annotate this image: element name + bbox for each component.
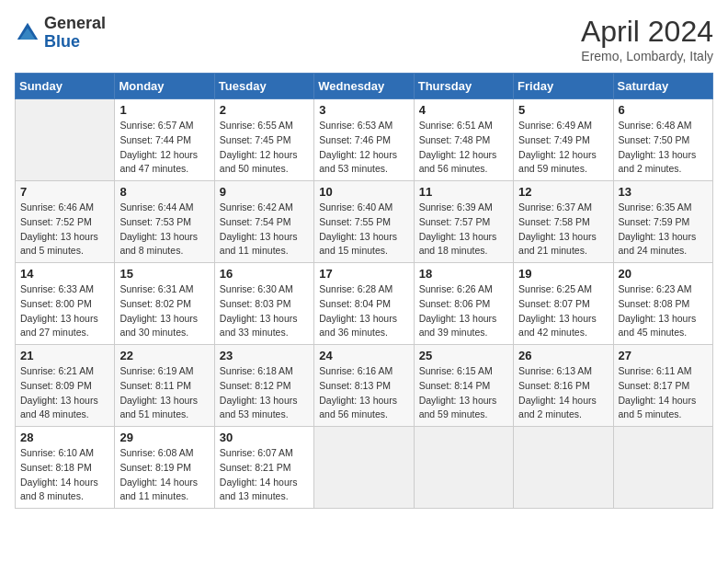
logo-blue-text: Blue xyxy=(44,33,106,52)
weekday-header-row: SundayMondayTuesdayWednesdayThursdayFrid… xyxy=(16,74,713,99)
calendar-cell: 2Sunrise: 6:55 AM Sunset: 7:45 PM Daylig… xyxy=(214,99,313,181)
day-info: Sunrise: 6:35 AM Sunset: 7:59 PM Dayligh… xyxy=(619,201,708,259)
day-info: Sunrise: 6:53 AM Sunset: 7:46 PM Dayligh… xyxy=(319,119,408,177)
day-info: Sunrise: 6:40 AM Sunset: 7:55 PM Dayligh… xyxy=(319,201,408,259)
day-number: 11 xyxy=(419,185,508,199)
calendar-cell: 29Sunrise: 6:08 AM Sunset: 8:19 PM Dayli… xyxy=(115,427,214,509)
day-info: Sunrise: 6:18 AM Sunset: 8:12 PM Dayligh… xyxy=(220,364,309,422)
calendar-cell: 5Sunrise: 6:49 AM Sunset: 7:49 PM Daylig… xyxy=(514,99,613,181)
day-info: Sunrise: 6:08 AM Sunset: 8:19 PM Dayligh… xyxy=(119,446,209,504)
calendar-cell: 14Sunrise: 6:33 AM Sunset: 8:00 PM Dayli… xyxy=(16,263,115,345)
calendar-cell: 7Sunrise: 6:46 AM Sunset: 7:52 PM Daylig… xyxy=(16,181,115,263)
day-number: 3 xyxy=(319,103,408,117)
weekday-header-friday: Friday xyxy=(514,74,613,99)
weekday-header-wednesday: Wednesday xyxy=(314,74,414,99)
calendar-cell xyxy=(16,99,115,181)
day-info: Sunrise: 6:49 AM Sunset: 7:49 PM Dayligh… xyxy=(518,119,608,177)
day-number: 30 xyxy=(220,431,309,444)
month-title: April 2024 xyxy=(581,15,713,49)
day-number: 12 xyxy=(518,185,608,199)
day-number: 15 xyxy=(119,267,209,281)
calendar-cell: 13Sunrise: 6:35 AM Sunset: 7:59 PM Dayli… xyxy=(613,181,712,263)
calendar-cell: 26Sunrise: 6:13 AM Sunset: 8:16 PM Dayli… xyxy=(514,345,613,427)
day-info: Sunrise: 6:33 AM Sunset: 8:00 PM Dayligh… xyxy=(20,282,109,340)
day-info: Sunrise: 6:21 AM Sunset: 8:09 PM Dayligh… xyxy=(20,364,109,422)
page-header: General Blue April 2024 Eremo, Lombardy,… xyxy=(15,15,713,63)
day-number: 1 xyxy=(119,103,209,117)
day-number: 23 xyxy=(220,349,309,362)
calendar-table: SundayMondayTuesdayWednesdayThursdayFrid… xyxy=(15,73,713,509)
day-info: Sunrise: 6:42 AM Sunset: 7:54 PM Dayligh… xyxy=(220,201,309,259)
calendar-cell xyxy=(414,427,513,509)
calendar-cell: 18Sunrise: 6:26 AM Sunset: 8:06 PM Dayli… xyxy=(414,263,513,345)
day-info: Sunrise: 6:30 AM Sunset: 8:03 PM Dayligh… xyxy=(220,282,309,340)
day-info: Sunrise: 6:26 AM Sunset: 8:06 PM Dayligh… xyxy=(419,282,508,340)
day-number: 16 xyxy=(220,267,309,281)
calendar-cell xyxy=(314,427,414,509)
day-info: Sunrise: 6:28 AM Sunset: 8:04 PM Dayligh… xyxy=(319,282,408,340)
calendar-cell: 27Sunrise: 6:11 AM Sunset: 8:17 PM Dayli… xyxy=(613,345,712,427)
weekday-header-sunday: Sunday xyxy=(16,74,115,99)
calendar-cell: 21Sunrise: 6:21 AM Sunset: 8:09 PM Dayli… xyxy=(16,345,115,427)
day-number: 5 xyxy=(518,103,608,117)
day-info: Sunrise: 6:19 AM Sunset: 8:11 PM Dayligh… xyxy=(119,364,209,422)
calendar-cell: 15Sunrise: 6:31 AM Sunset: 8:02 PM Dayli… xyxy=(115,263,214,345)
calendar-cell: 12Sunrise: 6:37 AM Sunset: 7:58 PM Dayli… xyxy=(514,181,613,263)
day-info: Sunrise: 6:16 AM Sunset: 8:13 PM Dayligh… xyxy=(319,364,408,422)
day-info: Sunrise: 6:57 AM Sunset: 7:44 PM Dayligh… xyxy=(119,119,209,177)
calendar-cell: 6Sunrise: 6:48 AM Sunset: 7:50 PM Daylig… xyxy=(613,99,712,181)
day-number: 25 xyxy=(419,349,508,362)
calendar-cell: 8Sunrise: 6:44 AM Sunset: 7:53 PM Daylig… xyxy=(115,181,214,263)
day-number: 18 xyxy=(419,267,508,281)
calendar-cell xyxy=(613,427,712,509)
day-info: Sunrise: 6:44 AM Sunset: 7:53 PM Dayligh… xyxy=(119,201,209,259)
day-info: Sunrise: 6:46 AM Sunset: 7:52 PM Dayligh… xyxy=(20,201,109,259)
weekday-header-saturday: Saturday xyxy=(613,74,712,99)
weekday-header-thursday: Thursday xyxy=(414,74,513,99)
day-number: 8 xyxy=(119,185,209,199)
day-number: 13 xyxy=(619,185,708,199)
location-text: Eremo, Lombardy, Italy xyxy=(581,49,713,63)
calendar-cell: 28Sunrise: 6:10 AM Sunset: 8:18 PM Dayli… xyxy=(16,427,115,509)
logo-general-text: General xyxy=(44,15,106,33)
day-info: Sunrise: 6:37 AM Sunset: 7:58 PM Dayligh… xyxy=(518,201,608,259)
day-info: Sunrise: 6:07 AM Sunset: 8:21 PM Dayligh… xyxy=(220,446,309,504)
day-info: Sunrise: 6:25 AM Sunset: 8:07 PM Dayligh… xyxy=(518,282,608,340)
day-number: 6 xyxy=(619,103,708,117)
day-info: Sunrise: 6:13 AM Sunset: 8:16 PM Dayligh… xyxy=(518,364,608,422)
calendar-cell: 17Sunrise: 6:28 AM Sunset: 8:04 PM Dayli… xyxy=(314,263,414,345)
week-row-3: 14Sunrise: 6:33 AM Sunset: 8:00 PM Dayli… xyxy=(16,263,713,345)
day-info: Sunrise: 6:55 AM Sunset: 7:45 PM Dayligh… xyxy=(220,119,309,177)
calendar-cell: 19Sunrise: 6:25 AM Sunset: 8:07 PM Dayli… xyxy=(514,263,613,345)
day-number: 24 xyxy=(319,349,408,362)
day-number: 26 xyxy=(518,349,608,362)
week-row-5: 28Sunrise: 6:10 AM Sunset: 8:18 PM Dayli… xyxy=(16,427,713,509)
day-number: 10 xyxy=(319,185,408,199)
day-number: 21 xyxy=(20,349,109,362)
day-info: Sunrise: 6:31 AM Sunset: 8:02 PM Dayligh… xyxy=(119,282,209,340)
week-row-2: 7Sunrise: 6:46 AM Sunset: 7:52 PM Daylig… xyxy=(16,181,713,263)
day-number: 27 xyxy=(619,349,708,362)
calendar-cell: 30Sunrise: 6:07 AM Sunset: 8:21 PM Dayli… xyxy=(214,427,313,509)
calendar-cell: 24Sunrise: 6:16 AM Sunset: 8:13 PM Dayli… xyxy=(314,345,414,427)
calendar-cell xyxy=(514,427,613,509)
day-number: 20 xyxy=(619,267,708,281)
title-block: April 2024 Eremo, Lombardy, Italy xyxy=(581,15,713,63)
calendar-cell: 3Sunrise: 6:53 AM Sunset: 7:46 PM Daylig… xyxy=(314,99,414,181)
day-number: 7 xyxy=(20,185,109,199)
calendar-cell: 25Sunrise: 6:15 AM Sunset: 8:14 PM Dayli… xyxy=(414,345,513,427)
day-info: Sunrise: 6:51 AM Sunset: 7:48 PM Dayligh… xyxy=(419,119,508,177)
day-number: 22 xyxy=(119,349,209,362)
calendar-cell: 22Sunrise: 6:19 AM Sunset: 8:11 PM Dayli… xyxy=(115,345,214,427)
logo-text: General Blue xyxy=(44,15,106,52)
day-number: 4 xyxy=(419,103,508,117)
day-number: 14 xyxy=(20,267,109,281)
logo: General Blue xyxy=(15,15,106,52)
calendar-cell: 23Sunrise: 6:18 AM Sunset: 8:12 PM Dayli… xyxy=(214,345,313,427)
day-number: 29 xyxy=(119,431,209,444)
weekday-header-monday: Monday xyxy=(115,74,214,99)
calendar-cell: 11Sunrise: 6:39 AM Sunset: 7:57 PM Dayli… xyxy=(414,181,513,263)
weekday-header-tuesday: Tuesday xyxy=(214,74,313,99)
day-info: Sunrise: 6:23 AM Sunset: 8:08 PM Dayligh… xyxy=(619,282,708,340)
logo-icon xyxy=(15,20,40,46)
